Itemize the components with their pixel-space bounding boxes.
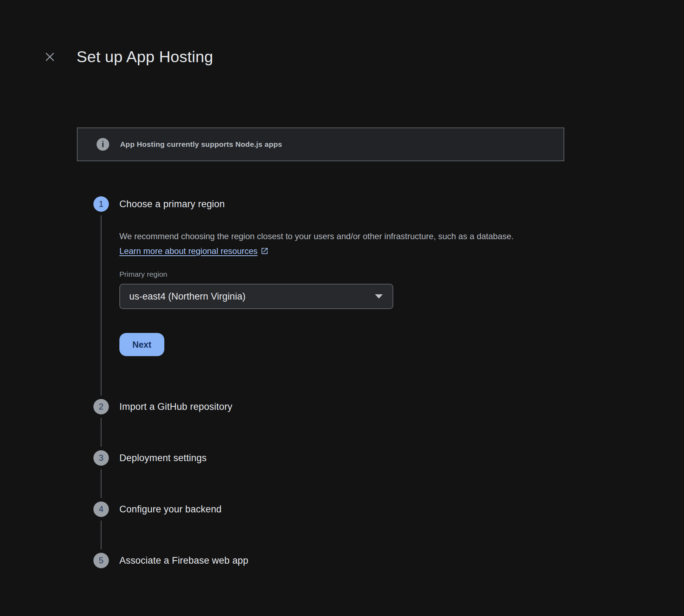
step-1-indicator: 1 [93, 196, 109, 212]
step-1-connector-line [101, 215, 101, 395]
info-banner: i App Hosting currently supports Node.js… [77, 127, 564, 161]
step-2-body: Import a GitHub repository [119, 399, 232, 450]
step-4-indicator: 4 [93, 502, 109, 517]
info-icon: i [97, 138, 109, 151]
step-1-description-text: We recommend choosing the region closest… [119, 231, 514, 241]
step-5-indicator: 5 [93, 553, 109, 568]
step-1-rail: 1 [93, 196, 109, 399]
step-2-rail: 2 [93, 399, 109, 450]
step-4-configure-backend: 4 Configure your backend [93, 502, 684, 553]
primary-region-label: Primary region [119, 270, 527, 278]
step-3-body: Deployment settings [119, 450, 206, 502]
primary-region-select[interactable]: us-east4 (Northern Virginia) [119, 284, 393, 309]
page-title: Set up App Hosting [77, 48, 213, 66]
dropdown-arrow-icon [375, 294, 383, 299]
dialog-header: Set up App Hosting [0, 0, 684, 66]
learn-more-link[interactable]: Learn more about regional resources [119, 246, 269, 256]
close-icon [44, 51, 56, 63]
close-button[interactable] [42, 49, 58, 65]
step-3-rail: 3 [93, 450, 109, 502]
step-1-choose-region: 1 Choose a primary region We recommend c… [93, 196, 684, 399]
setup-app-hosting-dialog: Set up App Hosting i App Hosting current… [0, 0, 684, 568]
next-button[interactable]: Next [119, 333, 164, 356]
step-3-deployment-settings: 3 Deployment settings [93, 450, 684, 502]
step-1-body: Choose a primary region We recommend cho… [119, 196, 527, 399]
step-4-rail: 4 [93, 502, 109, 553]
step-2-indicator: 2 [93, 399, 109, 414]
step-2-title: Import a GitHub repository [119, 399, 232, 414]
step-4-title: Configure your backend [119, 502, 222, 517]
banner-text: App Hosting currently supports Node.js a… [120, 140, 282, 149]
step-1-description: We recommend choosing the region closest… [119, 229, 527, 258]
step-3-indicator: 3 [93, 450, 109, 466]
step-2-connector-line [101, 418, 101, 447]
setup-stepper: 1 Choose a primary region We recommend c… [93, 196, 684, 568]
primary-region-value: us-east4 (Northern Virginia) [129, 291, 245, 302]
step-5-associate-web-app: 5 Associate a Firebase web app [93, 553, 684, 568]
step-5-rail: 5 [93, 553, 109, 568]
step-5-body: Associate a Firebase web app [119, 553, 248, 568]
learn-more-link-label: Learn more about regional resources [119, 246, 258, 256]
step-3-title: Deployment settings [119, 450, 206, 466]
step-1-title: Choose a primary region [119, 196, 527, 212]
step-4-connector-line [101, 520, 101, 549]
step-3-connector-line [101, 469, 101, 498]
step-5-title: Associate a Firebase web app [119, 553, 248, 568]
external-link-icon [261, 247, 269, 255]
step-2-import-github: 2 Import a GitHub repository [93, 399, 684, 450]
step-4-body: Configure your backend [119, 502, 222, 553]
